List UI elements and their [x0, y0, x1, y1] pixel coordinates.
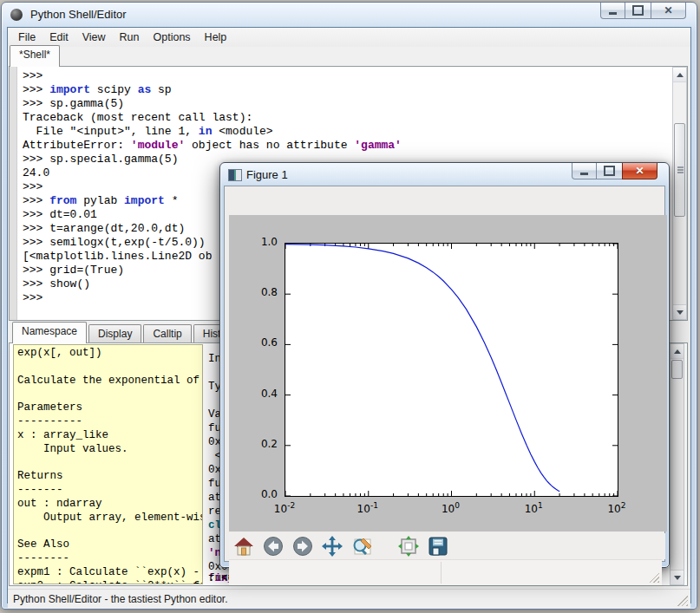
shell-scrollbar[interactable]: [672, 67, 687, 320]
tab-namespace[interactable]: Namespace: [12, 322, 87, 343]
figure-title: Figure 1: [246, 168, 288, 181]
docstring-line: [17, 456, 202, 470]
main-titlebar[interactable]: Python Shell/Editor ✕: [2, 3, 697, 27]
namespace-scrollbar[interactable]: [670, 343, 684, 585]
y-tick-label: 0.2: [239, 438, 278, 450]
tab-display[interactable]: Display: [88, 324, 141, 343]
code-segment: >>>: [23, 153, 49, 166]
figure-toolbar: [229, 533, 665, 559]
figure-resize-grip[interactable]: [649, 572, 659, 583]
zoom-to-rect-button[interactable]: [350, 535, 373, 558]
zoom-to-rect-icon: [351, 536, 372, 557]
window-title: Python Shell/Editor: [30, 8, 127, 21]
tab-calltip[interactable]: Calltip: [143, 324, 191, 343]
figure-canvas[interactable]: 0.00.20.40.60.81.010-210-1100101102: [229, 215, 667, 531]
back-button[interactable]: [262, 535, 285, 558]
figure-message-bar: [229, 559, 662, 585]
docstring-line: [17, 525, 202, 538]
y-tick-label: 0.8: [239, 286, 278, 298]
code-segment: sp: [151, 83, 171, 96]
docstring-line: out : ndarray: [17, 498, 202, 512]
scroll-up-button[interactable]: [671, 344, 684, 359]
y-tick-label: 0.4: [239, 388, 278, 400]
scroll-down-button[interactable]: [673, 304, 686, 319]
code-segment: semilogx(t,exp(-t/5.0)): [49, 236, 205, 249]
docstring-line: exp(x[, out]): [17, 347, 202, 361]
code-segment: sp.gamma(5): [49, 97, 124, 110]
save-icon: [428, 536, 448, 557]
code-segment: grid=(True): [49, 264, 124, 277]
shell-line: >>>: [23, 69, 508, 83]
arrow-down-icon: [674, 576, 681, 580]
shell-line: >>> import scipy as sp: [23, 83, 508, 97]
minimize-button[interactable]: [600, 3, 625, 19]
code-segment: >>>: [23, 236, 49, 249]
menu-view[interactable]: View: [75, 29, 113, 45]
scroll-up-button[interactable]: [673, 68, 686, 82]
shell-fold-margin: [10, 67, 17, 320]
code-segment: pylab: [76, 194, 124, 207]
docstring-line: [17, 361, 202, 375]
close-button[interactable]: ✕: [622, 163, 657, 179]
home-button[interactable]: [232, 535, 255, 558]
code-segment: >>>: [23, 69, 49, 82]
code-segment: >>>: [23, 180, 43, 193]
data-series-line: [285, 245, 559, 492]
tab-shell[interactable]: *Shell*: [10, 45, 60, 67]
arrow-down-icon: [677, 310, 684, 315]
shell-tabbar: *Shell*: [10, 47, 62, 67]
forward-icon: [292, 536, 313, 557]
thumb-grip-icon: [677, 166, 684, 168]
resize-grip[interactable]: [677, 596, 688, 606]
close-button[interactable]: ✕: [651, 3, 686, 19]
x-tick-label: 10-1: [347, 501, 389, 515]
x-tick-label: 102: [596, 501, 638, 515]
menu-file[interactable]: File: [11, 29, 43, 45]
docstring-line: Returns: [17, 470, 202, 484]
code-segment: *: [165, 194, 179, 207]
maximize-icon: [632, 5, 644, 16]
menu-bar: FileEditViewRunOptionsHelp: [8, 28, 690, 47]
plot-curve-svg: [285, 244, 618, 496]
minimize-button[interactable]: [572, 163, 597, 179]
message-bar-divider: [441, 562, 442, 584]
forward-button[interactable]: [291, 535, 314, 558]
maximize-button[interactable]: [597, 163, 622, 179]
menu-edit[interactable]: Edit: [43, 29, 75, 45]
close-icon: ✕: [664, 5, 672, 16]
figure-titlebar[interactable]: Figure 1 ✕: [220, 163, 669, 186]
docstring-line: --------: [17, 552, 202, 566]
code-segment: AttributeError:: [23, 139, 131, 152]
x-tick-label: 101: [513, 501, 554, 515]
docstring-line: [17, 388, 202, 401]
code-segment: sp.special.gamma(5): [49, 153, 178, 166]
menu-help[interactable]: Help: [198, 29, 234, 45]
scrollbar-thumb[interactable]: [674, 123, 685, 217]
code-segment: >>>: [23, 277, 49, 290]
scrollbar-thumb[interactable]: [671, 360, 683, 379]
configure-subplots-button[interactable]: [397, 535, 420, 558]
maximize-button[interactable]: [625, 3, 651, 19]
code-segment: 'gamma': [354, 139, 402, 152]
code-segment: Traceback (most recent call last):: [23, 111, 252, 124]
menu-options[interactable]: Options: [147, 29, 198, 45]
figure-app-icon: [228, 169, 242, 181]
code-segment: scipy: [90, 83, 138, 96]
docstring-line: Calculate the exponential of: [17, 375, 202, 388]
code-segment: >>>: [23, 83, 49, 96]
code-segment: import: [124, 194, 165, 207]
pan-icon: [322, 536, 343, 557]
figure-content: 0.00.20.40.60.81.010-210-1100101102: [224, 186, 665, 562]
code-segment: as: [138, 83, 152, 96]
shell-line: Traceback (most recent call last):: [23, 111, 508, 125]
scroll-down-button[interactable]: [671, 570, 684, 584]
x-tick-label: 100: [430, 501, 472, 515]
menu-run[interactable]: Run: [113, 29, 147, 45]
arrow-up-icon: [677, 73, 684, 77]
code-segment: 'module': [131, 139, 185, 152]
save-button[interactable]: [427, 535, 449, 558]
pan-button[interactable]: [321, 535, 343, 558]
code-segment: 24.0: [23, 166, 49, 179]
plot-axes: [285, 243, 618, 497]
minimize-icon: [580, 173, 588, 175]
